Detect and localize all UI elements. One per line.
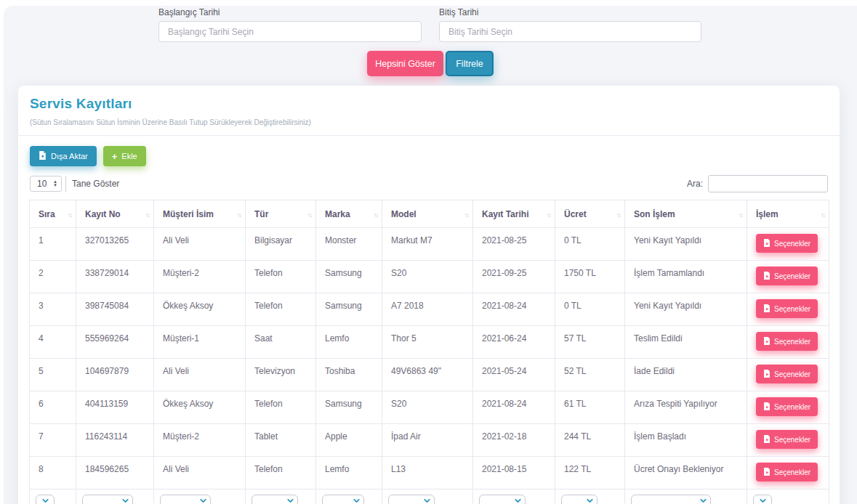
cell: 5 (30, 359, 76, 391)
add-button[interactable]: + Ekle (103, 146, 146, 166)
service-records-table: Sıra↑↓Kayıt No↑↓Müşteri İsim↑↓Tür↑↓Marka… (29, 200, 829, 504)
cell: 3 (30, 293, 76, 326)
column-header-label: Ücret (564, 209, 587, 219)
filter-cell (382, 489, 473, 504)
column-header-5[interactable]: Marka↑↓ (316, 200, 382, 228)
cell: Yeni Kayıt Yapıldı (625, 228, 747, 261)
cell: İade Edildi (625, 359, 747, 391)
cell: Müşteri-1 (154, 326, 246, 359)
cell: Ali Veli (154, 359, 246, 391)
cell: 52 TL (555, 359, 625, 391)
filter-cell (30, 489, 76, 504)
cell: Arıza Tespiti Yapılıyor (625, 391, 747, 424)
cell: Ökkeş Aksoy (154, 293, 246, 326)
cell: Samsung (316, 293, 382, 326)
column-filter-select-1[interactable] (36, 495, 55, 504)
column-header-6[interactable]: Model↑↓ (382, 200, 473, 228)
options-button[interactable]: Seçenekler (756, 299, 818, 318)
cell: İşlem Tamamlandı (625, 261, 747, 293)
column-header-7[interactable]: Kayıt Tarihi↑↓ (473, 200, 555, 228)
cell: 49V6863 49" (382, 359, 473, 391)
export-button-label: Dışa Aktar (51, 152, 88, 160)
filter-cell (555, 489, 625, 504)
filter-cell (316, 489, 382, 504)
add-button-label: Ekle (121, 152, 137, 160)
filter-button[interactable]: Filtrele (446, 51, 494, 76)
column-header-4[interactable]: Tür↑↓ (246, 200, 316, 228)
actions-cell: Seçenekler (747, 359, 829, 391)
cell: 184596265 (76, 457, 154, 489)
column-header-1[interactable]: Sıra↑↓ (30, 200, 76, 228)
chevron-down-icon (758, 496, 768, 504)
sort-arrows-icon: ↑↓ (547, 211, 550, 218)
column-header-8[interactable]: Ücret↑↓ (555, 200, 625, 228)
column-filter-select-6[interactable] (388, 495, 435, 504)
cell: 57 TL (555, 326, 625, 359)
column-header-label: Sıra (39, 209, 55, 219)
options-button[interactable]: Seçenekler (756, 332, 818, 351)
cell: 327013265 (76, 228, 154, 261)
page-size-select[interactable]: 10 ▲▼ (30, 176, 62, 192)
show-all-button[interactable]: Hepsini Göster (367, 51, 443, 76)
cell: Monster (316, 228, 382, 261)
search-label: Ara: (687, 179, 703, 189)
chevron-down-icon (198, 496, 208, 504)
sort-arrows-icon: ↑↓ (616, 211, 620, 218)
table-row: 5104697879Ali VeliTelevizyonToshiba49V68… (30, 359, 829, 391)
sort-arrows-icon: ↑↓ (464, 211, 468, 218)
table-controls: 10 ▲▼ Tane Göster Ara: (18, 166, 840, 198)
file-export-icon (763, 304, 771, 314)
column-header-label: Son İşlem (634, 209, 675, 219)
filter-cell (154, 489, 246, 504)
sort-arrows-icon: ↑↓ (68, 211, 71, 218)
file-export-icon (39, 151, 47, 161)
file-export-icon (763, 272, 771, 281)
column-filter-select-2[interactable] (82, 495, 133, 504)
column-filter-select-3[interactable] (160, 495, 211, 504)
cell: Bilgisayar (246, 228, 316, 261)
filter-cell (473, 489, 555, 504)
search-control: Ara: (687, 175, 828, 192)
options-button[interactable]: Seçenekler (756, 365, 818, 383)
file-export-icon (763, 337, 771, 346)
cell: 1 (30, 228, 76, 261)
column-header-10[interactable]: İşlem↑↓ (747, 200, 829, 228)
options-button[interactable]: Seçenekler (756, 463, 818, 481)
column-header-2[interactable]: Kayıt No↑↓ (76, 200, 154, 228)
column-filter-select-9[interactable] (631, 495, 711, 504)
sort-arrows-icon: ↑↓ (374, 211, 377, 218)
options-button[interactable]: Seçenekler (756, 430, 818, 449)
card-header: Servis Kayıtları (Sütun Sıralamasını Süt… (18, 86, 840, 136)
cell: Markut M7 (382, 228, 473, 261)
options-button[interactable]: Seçenekler (756, 397, 818, 416)
options-button-label: Seçenekler (774, 370, 810, 378)
column-filter-select-5[interactable] (322, 495, 364, 504)
cell: 0 TL (555, 293, 625, 326)
column-filter-select-10[interactable] (753, 495, 772, 504)
export-button[interactable]: Dışa Aktar (30, 146, 97, 166)
cell: 2021-09-25 (473, 261, 555, 293)
column-filter-select-8[interactable] (561, 495, 598, 504)
cell: Tablet (246, 424, 316, 457)
end-date-input[interactable] (439, 21, 701, 42)
column-header-9[interactable]: Son İşlem↑↓ (625, 200, 747, 228)
cell: S20 (382, 391, 473, 424)
page-size-value: 10 (37, 179, 47, 189)
search-input[interactable] (708, 175, 828, 192)
actions-cell: Seçenekler (747, 457, 829, 489)
options-button[interactable]: Seçenekler (756, 267, 818, 285)
cell: Telefon (246, 261, 316, 293)
cell: 2021-08-24 (473, 293, 555, 326)
options-button-label: Seçenekler (774, 403, 810, 411)
column-header-3[interactable]: Müşteri İsim↑↓ (154, 200, 246, 228)
column-filter-select-4[interactable] (252, 495, 298, 504)
column-filter-select-7[interactable] (479, 495, 526, 504)
options-button[interactable]: Seçenekler (756, 234, 818, 253)
table-row: 6404113159Ökkeş AksoyTelefonSamsungS2020… (30, 391, 829, 424)
start-date-input[interactable] (158, 21, 422, 42)
cell: L13 (382, 457, 473, 489)
table-row: 3398745084Ökkeş AksoyTelefonSamsungA7 20… (30, 293, 829, 326)
table-body: 1327013265Ali VeliBilgisayarMonsterMarku… (30, 228, 829, 489)
plus-icon: + (112, 152, 118, 161)
cell: Ücret Onayı Bekleniyor (625, 457, 747, 489)
